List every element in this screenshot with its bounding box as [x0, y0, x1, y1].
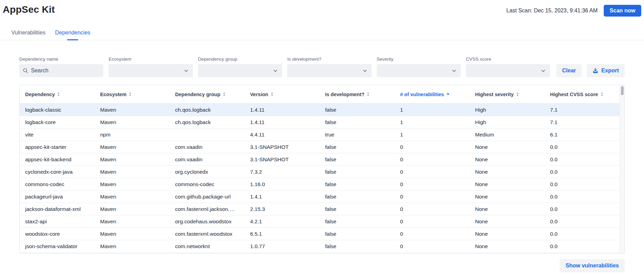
cvss-score-select[interactable]	[466, 64, 550, 77]
table-cell: 0	[395, 215, 470, 227]
column-header-highest-severity[interactable]: Highest severity	[470, 85, 545, 103]
table-cell: 0.0	[544, 203, 620, 215]
severity-select[interactable]	[377, 64, 461, 77]
column-header-label: Highest CVSS score	[550, 92, 598, 97]
table-cell: org.codehaus.woodstox	[170, 215, 245, 227]
table-cell: 1.4.11	[245, 104, 320, 116]
table-cell: vite	[20, 129, 95, 141]
table-cell: com.fasterxml.woodstox	[170, 228, 245, 240]
chevron-down-icon	[541, 68, 546, 73]
column-header-ecosystem[interactable]: Ecosystem	[95, 85, 170, 103]
table-cell: packageurl-java	[20, 191, 95, 203]
column-header-label: Version	[250, 92, 268, 97]
table-row[interactable]: logback-coreMavench.qos.logback1.4.11fal…	[20, 116, 620, 129]
table-cell: 1.4.1	[245, 191, 320, 203]
column-header-label: # of vulnerabilities	[400, 92, 444, 97]
column-header-highest-cvss-score[interactable]: Highest CVSS score	[544, 85, 620, 103]
search-input[interactable]	[31, 68, 100, 74]
filter-dependency-name: Dependency name	[19, 57, 103, 77]
table-row[interactable]: vitenpm4.4.11true1Medium6.1	[20, 129, 620, 141]
table-row[interactable]: cyclonedx-core-javaMavenorg.cyclonedx7.3…	[20, 166, 620, 178]
table-cell: appsec-kit-starter	[20, 141, 95, 153]
table-cell: None	[470, 203, 545, 215]
table-cell: None	[470, 141, 545, 153]
column-header-dependency-group[interactable]: Dependency group	[170, 85, 245, 103]
table-cell: 4.2.1	[245, 215, 320, 227]
table-cell: None	[470, 240, 545, 252]
is-development-select[interactable]	[287, 64, 371, 77]
tab-bar: Vulnerabilities Dependencies	[0, 27, 644, 40]
column-header-label: Ecosystem	[100, 92, 127, 97]
tab-dependencies[interactable]: Dependencies	[50, 27, 95, 40]
column-header-dependency[interactable]: Dependency	[20, 85, 95, 103]
table-row[interactable]: packageurl-javaMavencom.github.package-u…	[20, 191, 620, 203]
sort-icon	[129, 92, 131, 96]
table-row[interactable]: json-schema-validatorMavencom.networknt1…	[20, 240, 620, 253]
table-cell: Maven	[95, 141, 170, 153]
table-cell: 3.1-SNAPSHOT	[245, 153, 320, 165]
table-cell: false	[320, 203, 395, 215]
table-row[interactable]: stax2-apiMavenorg.codehaus.woodstox4.2.1…	[20, 215, 620, 228]
chevron-down-icon	[184, 68, 189, 73]
table-cell: Maven	[95, 240, 170, 252]
active-tab-indicator	[67, 39, 78, 40]
table-cell: ch.qos.logback	[170, 104, 245, 116]
table-cell: 1	[395, 129, 470, 141]
table-cell: 0	[395, 191, 470, 203]
tab-label: Vulnerabilities	[11, 30, 45, 35]
dependency-search-field[interactable]	[19, 64, 103, 77]
last-scan-text: Last Scan: Dec 15, 2023, 9:41:36 AM	[506, 8, 598, 14]
column-header-label: Is development?	[325, 92, 364, 97]
table-cell: logback-core	[20, 116, 95, 128]
show-vulnerabilities-label: Show vulnerabilities	[565, 263, 619, 269]
table-row[interactable]: appsec-kit-backendMavencom.vaadin3.1-SNA…	[20, 153, 620, 166]
column-header-is-development[interactable]: Is development?	[320, 85, 395, 103]
table-cell: Maven	[95, 215, 170, 227]
scan-now-button[interactable]: Scan now	[604, 5, 641, 17]
table-cell: com.vaadin	[170, 141, 245, 153]
footer-bar: Show vulnerabilities	[0, 254, 644, 272]
dependency-group-select[interactable]	[198, 64, 282, 77]
table-cell: 1.0.77	[245, 240, 320, 252]
column-header-version[interactable]: Version	[245, 85, 320, 103]
show-vulnerabilities-button[interactable]: Show vulnerabilities	[560, 259, 625, 272]
table-row[interactable]: jackson-dataformat-xmlMavencom.fasterxml…	[20, 203, 620, 215]
sort-icon	[517, 92, 519, 96]
table-cell: 0.0	[544, 166, 620, 178]
table-scrollbar[interactable]	[620, 85, 624, 253]
tab-vulnerabilities[interactable]: Vulnerabilities	[7, 27, 50, 40]
table-cell: 1.4.11	[245, 116, 320, 128]
table-cell: 0.0	[544, 178, 620, 190]
filter-ecosystem: Ecosystem	[108, 57, 193, 77]
table-cell: High	[470, 116, 545, 128]
table-cell: commons-codec	[20, 178, 95, 190]
table-row[interactable]: commons-codecMavencommons-codec1.16.0fal…	[20, 178, 620, 191]
clear-button[interactable]: Clear	[556, 64, 582, 77]
table-cell: jackson-dataformat-xml	[20, 203, 95, 215]
table-cell: Maven	[95, 191, 170, 203]
table-cell: false	[320, 104, 395, 116]
filter-label: Is development?	[287, 57, 371, 62]
dependencies-table: Dependency Ecosystem Dependency group Ve…	[19, 85, 625, 254]
table-row[interactable]: logback-classicMavench.qos.logback1.4.11…	[20, 104, 620, 116]
table-row[interactable]: appsec-kit-starterMavencom.vaadin3.1-SNA…	[20, 141, 620, 153]
sort-descending-icon	[447, 93, 449, 95]
table-row[interactable]: woodstox-coreMavencom.fasterxml.woodstox…	[20, 228, 620, 240]
chevron-down-icon	[362, 68, 367, 73]
table-cell: 0.0	[544, 240, 620, 252]
sort-icon	[223, 92, 225, 96]
filter-severity: Severity	[377, 57, 461, 77]
sort-icon	[58, 92, 60, 96]
table-cell: 0	[395, 228, 470, 240]
table-cell: Maven	[95, 153, 170, 165]
export-button-label: Export	[601, 68, 619, 74]
ecosystem-select[interactable]	[108, 64, 193, 77]
column-header-num-vulnerabilities[interactable]: # of vulnerabilities	[395, 85, 470, 103]
export-button[interactable]: Export	[587, 64, 625, 77]
table-cell: 6.1	[544, 129, 620, 141]
table-cell: false	[320, 240, 395, 252]
chevron-down-icon	[273, 68, 278, 73]
table-cell: logback-classic	[20, 104, 95, 116]
scrollbar-thumb[interactable]	[621, 86, 624, 95]
filter-label: Dependency name	[19, 57, 103, 62]
